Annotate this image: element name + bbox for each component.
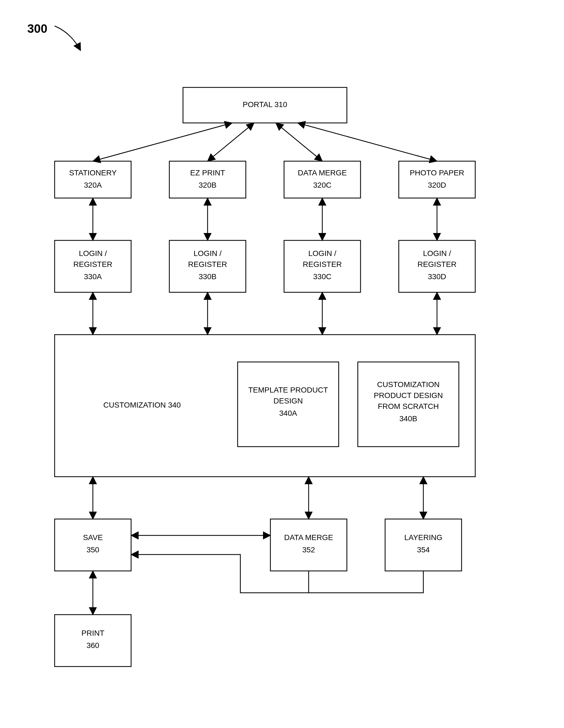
id-photopaper: 320D (428, 181, 446, 189)
label-template-1: TEMPLATE PRODUCT (248, 386, 328, 394)
id-ezprint: 320B (199, 181, 216, 189)
label-stationery: STATIONERY (69, 169, 117, 177)
id-stationery: 320A (84, 181, 102, 189)
id-login-b: 330B (199, 272, 216, 281)
label-login-b-2: REGISTER (188, 260, 227, 269)
label-login-d-2: REGISTER (417, 260, 456, 269)
id-template: 340A (279, 409, 297, 417)
label-login-c-1: LOGIN / (308, 249, 336, 258)
arrow-portal-stationery (93, 123, 232, 161)
id-login-c: 330C (313, 272, 332, 281)
label-login-a-2: REGISTER (73, 260, 112, 269)
figure-arrow (55, 26, 81, 51)
id-layering: 354 (417, 546, 430, 554)
label-customization: CUSTOMIZATION 340 (103, 401, 181, 409)
label-layering: LAYERING (404, 533, 442, 542)
id-print: 360 (87, 641, 99, 650)
label-scratch-1: CUSTOMIZATION (377, 380, 439, 389)
id-datamerge-top: 320C (313, 181, 332, 189)
id-scratch: 340B (399, 414, 417, 423)
box-save (55, 519, 131, 571)
id-save: 350 (87, 546, 99, 554)
box-layering (385, 519, 462, 571)
figure-number: 300 (27, 22, 47, 35)
label-login-c-2: REGISTER (303, 260, 342, 269)
box-stationery (55, 161, 131, 198)
label-photopaper: PHOTO PAPER (410, 169, 464, 177)
label-portal: PORTAL 310 (243, 100, 287, 109)
box-datamerge (270, 519, 347, 571)
box-ezprint (169, 161, 246, 198)
label-scratch-3: FROM SCRATCH (378, 402, 439, 411)
label-print: PRINT (81, 629, 104, 637)
id-login-d: 330D (428, 272, 446, 281)
diagram-canvas: 300 PORTAL 310 STATIONERY 320A EZ PRINT … (0, 0, 564, 728)
arrow-portal-datamerge (276, 123, 322, 161)
label-datamerge: DATA MERGE (284, 533, 333, 542)
arrow-portal-ezprint (208, 123, 254, 161)
label-template-2: DESIGN (273, 397, 303, 405)
id-datamerge: 352 (302, 546, 315, 554)
label-datamerge-top: DATA MERGE (298, 169, 347, 177)
label-login-d-1: LOGIN / (423, 249, 451, 258)
box-print (55, 615, 131, 667)
label-save: SAVE (83, 533, 103, 542)
box-photopaper (399, 161, 475, 198)
label-ezprint: EZ PRINT (190, 169, 225, 177)
arrow-portal-photopaper (298, 123, 437, 161)
label-scratch-2: PRODUCT DESIGN (374, 391, 443, 400)
label-login-b-1: LOGIN / (194, 249, 222, 258)
id-login-a: 330A (84, 272, 102, 281)
label-login-a-1: LOGIN / (79, 249, 107, 258)
box-datamerge-top (284, 161, 361, 198)
